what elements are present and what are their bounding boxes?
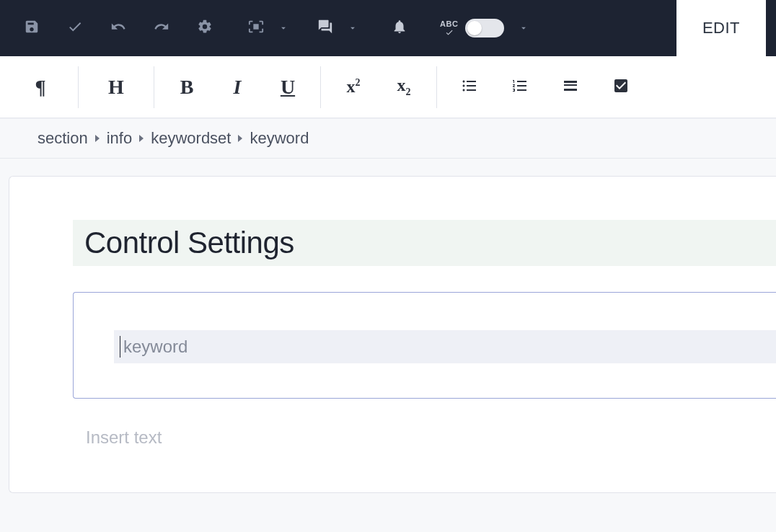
- keyword-placeholder: keyword: [123, 337, 188, 357]
- text-cursor: [120, 336, 120, 358]
- tab-edit[interactable]: EDIT: [676, 0, 766, 56]
- toolbar-separator: [436, 66, 437, 108]
- breadcrumb-item[interactable]: info: [107, 129, 132, 148]
- breadcrumb-separator-icon: [139, 135, 144, 142]
- pilcrow-icon: ¶: [35, 76, 45, 99]
- top-toolbar-left: ABC: [10, 0, 676, 56]
- validate-button[interactable]: [53, 0, 97, 56]
- superscript-icon: x2: [347, 77, 361, 97]
- toolbar-separator: [154, 66, 154, 108]
- chevron-down-icon: [340, 0, 365, 56]
- document-title-area[interactable]: Control Settings: [73, 220, 776, 266]
- underline-button[interactable]: U: [263, 66, 313, 109]
- subscript-button[interactable]: x2: [379, 66, 429, 109]
- heading-icon: H: [108, 76, 124, 99]
- spellcheck-toggle[interactable]: [465, 19, 504, 37]
- chevron-down-icon[interactable]: [511, 0, 536, 56]
- checklist-button[interactable]: [596, 66, 646, 109]
- save-button[interactable]: [10, 0, 53, 56]
- italic-button[interactable]: I: [212, 66, 263, 109]
- toolbar-separator: [320, 66, 321, 108]
- format-toolbar: ¶ H B I U x2 x2: [0, 56, 776, 118]
- breadcrumb-separator-icon: [95, 135, 100, 142]
- breadcrumb-separator-icon: [238, 135, 242, 142]
- frame-icon: [248, 19, 264, 37]
- paragraph-button[interactable]: ¶: [10, 66, 71, 109]
- breadcrumb: section info keywordset keyword: [0, 118, 776, 159]
- frame-button[interactable]: [241, 0, 271, 56]
- spellcheck-icon: ABC: [440, 20, 458, 37]
- breadcrumb-item[interactable]: keyword: [250, 129, 309, 148]
- undo-button[interactable]: [97, 0, 140, 56]
- breadcrumb-item[interactable]: section: [38, 129, 88, 148]
- undo-icon: [110, 19, 126, 37]
- bold-icon: B: [180, 76, 194, 99]
- spellcheck-abc-label: ABC: [440, 20, 458, 27]
- gear-icon: [197, 19, 213, 37]
- save-icon: [24, 19, 40, 37]
- frame-dropdown[interactable]: [241, 0, 296, 56]
- breadcrumb-item[interactable]: keywordset: [151, 129, 231, 148]
- numbered-list-icon: [511, 77, 529, 97]
- checklist-icon: [612, 77, 630, 97]
- redo-icon: [154, 19, 169, 37]
- italic-icon: I: [234, 76, 242, 99]
- spellcheck-control: ABC: [440, 0, 536, 56]
- bulleted-list-button[interactable]: [444, 66, 495, 109]
- underline-icon: U: [281, 76, 295, 99]
- toolbar-separator: [78, 66, 79, 108]
- definition-list-icon: [562, 77, 579, 97]
- bulleted-list-icon: [461, 77, 478, 97]
- redo-button[interactable]: [140, 0, 183, 56]
- document-canvas: Control Settings keyword Insert text: [0, 159, 776, 493]
- comments-icon: [317, 19, 333, 37]
- comments-dropdown[interactable]: [310, 0, 365, 56]
- page-title: Control Settings: [84, 226, 764, 260]
- document: Control Settings keyword Insert text: [9, 176, 776, 493]
- superscript-button[interactable]: x2: [328, 66, 379, 109]
- check-icon: [67, 19, 83, 37]
- keywordset-panel: keyword: [73, 292, 776, 399]
- keyword-input[interactable]: keyword: [114, 330, 776, 363]
- top-toolbar: ABC EDIT: [0, 0, 776, 56]
- bell-icon: [392, 19, 407, 37]
- heading-button[interactable]: H: [86, 66, 146, 109]
- edit-tab-label: EDIT: [702, 19, 740, 37]
- comments-button[interactable]: [310, 0, 340, 56]
- body-placeholder[interactable]: Insert text: [86, 427, 776, 448]
- definition-list-button[interactable]: [545, 66, 596, 109]
- settings-button[interactable]: [183, 0, 226, 56]
- tab-strip-overflow: [766, 0, 776, 56]
- subscript-icon: x2: [397, 76, 411, 98]
- bold-button[interactable]: B: [162, 66, 212, 109]
- chevron-down-icon: [271, 0, 296, 56]
- numbered-list-button[interactable]: [495, 66, 545, 109]
- notifications-button[interactable]: [378, 0, 421, 56]
